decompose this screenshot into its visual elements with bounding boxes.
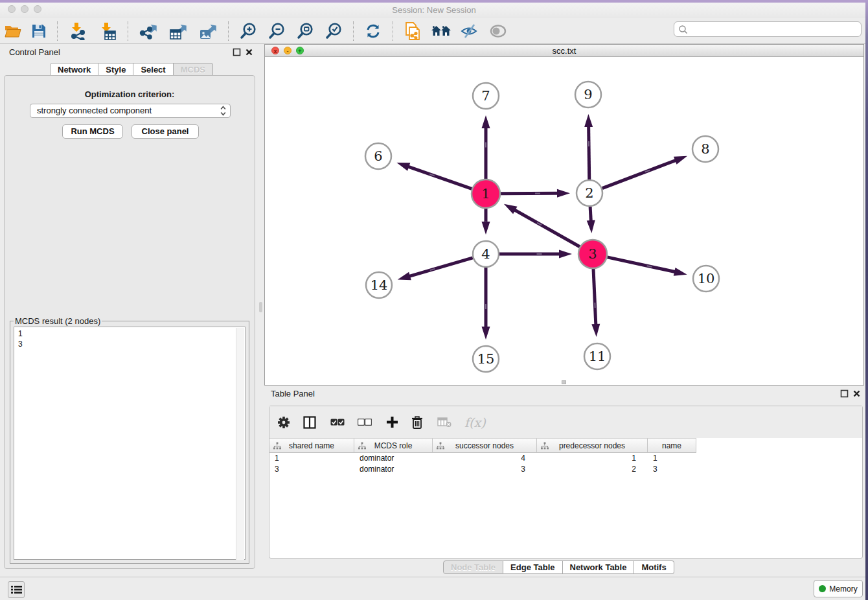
- edge-arrowhead: [674, 268, 687, 276]
- window-titlebar: Session: New Session: [0, 3, 868, 18]
- add-column-icon[interactable]: [386, 416, 398, 428]
- edge-4-14[interactable]: [409, 258, 473, 277]
- node-label-15: 15: [477, 351, 495, 367]
- export-table-icon[interactable]: [163, 21, 193, 41]
- column-view-icon[interactable]: [303, 416, 316, 429]
- tab-select[interactable]: Select: [133, 63, 173, 76]
- edge-arrowhead: [591, 324, 600, 337]
- zoom-selected-icon[interactable]: [319, 21, 348, 41]
- edge-2-3[interactable]: [590, 207, 591, 222]
- column-header-predecessor-nodes[interactable]: predecessor nodes: [537, 438, 648, 453]
- mcds-result-title: MCDS result (2 nodes): [14, 316, 102, 326]
- table-row[interactable]: 3dominator323: [269, 464, 862, 475]
- result-scrollbar[interactable]: [236, 328, 244, 560]
- edge-arrowhead: [587, 220, 595, 233]
- tab-mcds[interactable]: MCDS: [174, 63, 213, 76]
- cell-shared-name: 1: [269, 453, 354, 464]
- column-header-successor-nodes[interactable]: successor nodes: [433, 438, 537, 453]
- edge-arrowhead: [584, 114, 593, 127]
- show-all-icon[interactable]: [484, 21, 512, 41]
- refresh-icon[interactable]: [359, 21, 387, 41]
- export-image-icon[interactable]: [193, 21, 223, 41]
- tab-motifs[interactable]: Motifs: [634, 560, 674, 574]
- edge-arrowhead: [482, 222, 490, 235]
- table-body: 1dominator4113dominator323: [269, 453, 862, 475]
- list-icon: [11, 585, 22, 594]
- task-history-button[interactable]: [8, 581, 25, 598]
- import-table-icon[interactable]: [93, 21, 122, 41]
- optimization-criterion-label: Optimization criterion:: [5, 89, 255, 99]
- edge-1-6[interactable]: [407, 167, 472, 189]
- mcds-result-list[interactable]: 13: [14, 327, 246, 560]
- edge-arrowhead: [504, 204, 518, 214]
- mcds-result-box: MCDS result (2 nodes) 13: [10, 321, 249, 564]
- column-header-MCDS-role[interactable]: MCDS role: [354, 438, 433, 453]
- function-builder-icon[interactable]: f(x): [464, 415, 486, 430]
- delete-column-icon[interactable]: [411, 416, 423, 429]
- window-resize-grip[interactable]: [562, 380, 566, 384]
- duplicate-network-icon[interactable]: [398, 21, 427, 41]
- edge-2-9[interactable]: [589, 126, 589, 179]
- node-label-1: 1: [481, 186, 490, 202]
- node-label-7: 7: [481, 88, 490, 104]
- table-close-icon[interactable]: [852, 389, 861, 398]
- search-input[interactable]: [674, 21, 862, 37]
- column-header-shared-name[interactable]: shared name: [269, 438, 354, 453]
- table-tabs: Node TableEdge TableNetwork TableMotifs: [443, 560, 674, 574]
- dropdown-stepper-icon: [220, 106, 226, 116]
- window-title: Session: New Session: [0, 5, 868, 15]
- hide-selected-icon[interactable]: [455, 21, 484, 41]
- node-label-10: 10: [698, 271, 715, 286]
- deselect-checkboxes-icon[interactable]: [358, 419, 372, 426]
- table-settings-icon[interactable]: [277, 416, 290, 429]
- run-mcds-button[interactable]: Run MCDS: [62, 124, 123, 139]
- edge-arrowhead: [559, 250, 572, 259]
- edge-arrowhead: [396, 163, 410, 171]
- memory-button[interactable]: Memory: [814, 580, 863, 597]
- mcds-panel: Optimization criterion: strongly connect…: [4, 75, 255, 569]
- splitter-handle[interactable]: [259, 302, 262, 312]
- save-icon[interactable]: [26, 21, 52, 41]
- column-header-name[interactable]: name: [648, 438, 696, 453]
- cell-name: 3: [648, 464, 696, 475]
- open-folder-icon[interactable]: [0, 21, 26, 41]
- node-label-14: 14: [371, 277, 388, 293]
- edge-2-8[interactable]: [602, 160, 676, 188]
- desktop-edge: [865, 0, 868, 600]
- close-panel-icon[interactable]: [245, 48, 253, 56]
- edge-3-10[interactable]: [607, 257, 676, 272]
- delete-table-icon[interactable]: [437, 417, 451, 428]
- select-all-checkboxes-icon[interactable]: [330, 419, 345, 426]
- table-panel-title: Table Panel: [271, 389, 315, 398]
- import-network-icon[interactable]: [63, 21, 93, 41]
- result-item: 1: [18, 329, 245, 339]
- edge-1-2[interactable]: [501, 193, 558, 194]
- network-graph-canvas[interactable]: 7968124314101511: [265, 58, 863, 385]
- edge-3-1[interactable]: [514, 210, 580, 247]
- export-network-icon[interactable]: [133, 21, 163, 41]
- tab-edge-table[interactable]: Edge Table: [503, 560, 562, 574]
- table-header-row: shared nameMCDS rolesuccessor nodesprede…: [269, 438, 696, 453]
- tab-network-table[interactable]: Network Table: [563, 560, 635, 574]
- first-neighbors-icon[interactable]: [427, 21, 455, 41]
- tab-style[interactable]: Style: [98, 63, 133, 76]
- cell-successor-nodes: 3: [433, 464, 537, 475]
- close-panel-button[interactable]: Close panel: [131, 124, 199, 139]
- edge-arrowhead: [482, 327, 490, 340]
- edge-arrowhead: [674, 156, 687, 165]
- tab-network[interactable]: Network: [50, 63, 98, 76]
- zoom-in-icon[interactable]: [234, 21, 262, 41]
- tab-node-table[interactable]: Node Table: [443, 560, 503, 574]
- table-float-icon[interactable]: [840, 389, 849, 398]
- cell-shared-name: 3: [269, 464, 354, 475]
- optimization-criterion-select[interactable]: strongly connected component: [30, 104, 231, 118]
- zoom-out-icon[interactable]: [262, 21, 291, 41]
- table-row[interactable]: 1dominator411: [269, 453, 862, 464]
- control-panel-tabs: NetworkStyleSelectMCDS: [50, 63, 213, 76]
- float-panel-icon[interactable]: [233, 48, 241, 56]
- memory-label: Memory: [829, 584, 857, 594]
- node-label-2: 2: [585, 185, 593, 201]
- edge-3-11[interactable]: [593, 269, 596, 325]
- node-label-6: 6: [374, 148, 382, 164]
- zoom-fit-icon[interactable]: [291, 21, 319, 41]
